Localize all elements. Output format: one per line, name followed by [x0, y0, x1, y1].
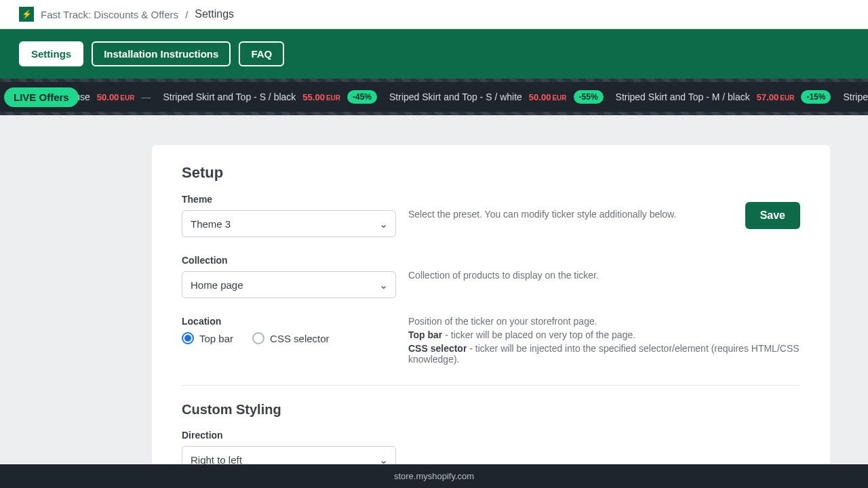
radio-checked-icon — [182, 332, 194, 344]
ticker-preview: LIVE Offers Blouse 50.00EUR — Striped Sk… — [0, 79, 868, 115]
location-help: Position of the ticker on your storefron… — [408, 316, 800, 367]
breadcrumb-sep: / — [185, 9, 188, 20]
location-radio-topbar[interactable]: Top bar — [182, 332, 233, 344]
save-button[interactable]: Save — [745, 202, 800, 229]
theme-help: Select the preset. You can modify ticker… — [408, 194, 733, 220]
breadcrumb-app[interactable]: Fast Track: Discounts & Offers — [41, 9, 178, 20]
tab-faq[interactable]: FAQ — [239, 41, 284, 66]
direction-label: Direction — [182, 430, 396, 441]
theme-label: Theme — [182, 194, 396, 205]
collection-help: Collection of products to display on the… — [408, 255, 800, 281]
footer: store.myshopify.com — [0, 464, 868, 488]
tab-settings[interactable]: Settings — [19, 41, 83, 66]
tab-installation-instructions[interactable]: Installation Instructions — [92, 41, 231, 66]
footer-domain: store.myshopify.com — [394, 471, 474, 481]
theme-select[interactable]: Theme 3 — [182, 210, 396, 237]
location-label: Location — [182, 316, 396, 327]
settings-card: Setup Theme Theme 3 ⌄ Select the preset.… — [152, 145, 830, 488]
live-offers-badge: LIVE Offers — [4, 87, 79, 107]
ticker-item: Striped Skirt and Top - M / black 57.00E… — [616, 90, 831, 104]
ticker-item: Striped Skirt and Top - M / — [843, 92, 868, 102]
location-radio-css[interactable]: CSS selector — [252, 332, 330, 344]
divider — [182, 385, 800, 386]
collection-label: Collection — [182, 255, 396, 266]
ticker-item: Striped Skirt and Top - S / white 50.00E… — [389, 90, 604, 104]
breadcrumb-current: Settings — [195, 8, 234, 20]
tab-bar: Settings Installation Instructions FAQ — [0, 29, 868, 79]
radio-unchecked-icon — [252, 332, 264, 344]
custom-styling-heading: Custom Styling — [182, 402, 800, 418]
collection-select[interactable]: Home page — [182, 271, 396, 298]
breadcrumb: ⚡ Fast Track: Discounts & Offers / Setti… — [0, 0, 868, 29]
ticker-item: Striped Skirt and Top - S / black 55.00E… — [163, 90, 377, 104]
setup-heading: Setup — [182, 164, 800, 182]
app-icon: ⚡ — [19, 7, 34, 22]
ticker-items: Blouse 50.00EUR — Striped Skirt and Top … — [0, 90, 868, 104]
